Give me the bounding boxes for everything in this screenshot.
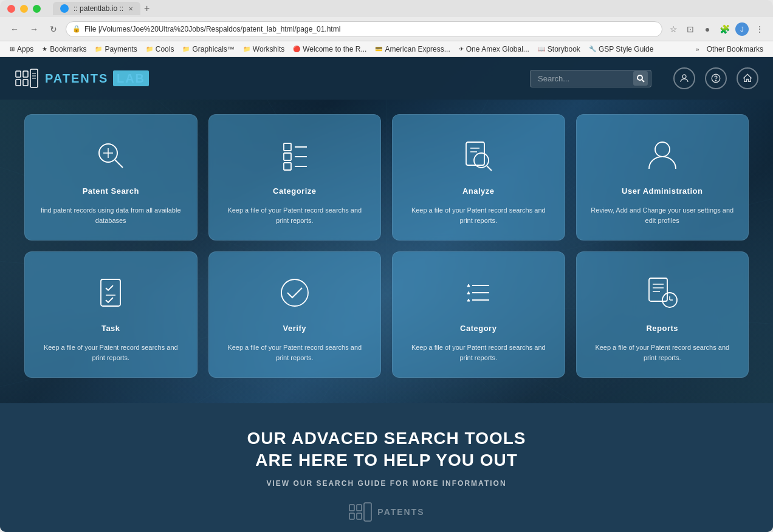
bookmark-cools-label: Cools	[156, 45, 174, 53]
tab-title: :: patentlab.io ::	[74, 4, 123, 13]
footer-logo: PATENTS	[15, 500, 758, 524]
svg-rect-20	[16, 71, 21, 77]
analyze-desc: Keep a file of your Patent record search…	[405, 205, 552, 225]
bookmark-star-icon[interactable]: ☆	[667, 23, 679, 35]
nav-icons: ☆ ⊡ ● 🧩 J ⋮	[667, 22, 766, 36]
bookmark-storybook-label: Storybook	[548, 45, 580, 53]
user-icon[interactable]	[673, 67, 695, 89]
title-bar: :: patentlab.io :: ✕ +	[0, 0, 773, 17]
svg-rect-65	[349, 505, 354, 511]
bookmark-apps-label: Apps	[17, 45, 33, 53]
footer: OUR ADVACED SEARCH TOOLS ARE HERE TO HEL…	[0, 403, 773, 532]
folder-icon: 📁	[95, 46, 102, 52]
verify-desc: Keep a file of your Patent record search…	[221, 343, 369, 363]
footer-headline-line2: ARE HERE TO HELP YOU OUT	[15, 449, 758, 471]
svg-marker-56	[467, 299, 470, 301]
svg-rect-67	[357, 505, 362, 511]
tool-icon: 🔧	[589, 46, 596, 52]
bookmark-other-label: Other Bookmarks	[707, 45, 763, 53]
categorize-desc: Keep a file of your Patent record search…	[221, 205, 369, 225]
profile-icon[interactable]: ●	[701, 23, 713, 35]
task-title: Task	[101, 324, 120, 333]
bookmark-amex-label: American Express...	[385, 45, 450, 53]
close-button[interactable]	[7, 5, 15, 13]
card-reports[interactable]: Reports Keep a file of your Patent recor…	[576, 251, 749, 378]
new-tab-button[interactable]: +	[144, 3, 149, 14]
card-categorize[interactable]: Categorize Keep a file of your Patent re…	[208, 114, 382, 240]
site-header: PATENTS LAB	[0, 57, 773, 100]
bookmark-workshits-label: Workshits	[253, 45, 284, 53]
bookmark-welcome[interactable]: 🔴 Welcome to the R...	[289, 44, 370, 55]
search-button[interactable]	[633, 71, 648, 86]
card-analyze[interactable]: Analyze Keep a file of your Patent recor…	[392, 114, 565, 240]
logo-icon	[15, 66, 39, 90]
more-bookmarks[interactable]: »	[696, 46, 699, 53]
bookmark-storybook[interactable]: 📖 Storybook	[534, 44, 584, 55]
bookmark-graphicals-label: Graphicals™	[192, 45, 234, 53]
folder-icon-3: 📁	[182, 46, 190, 52]
svg-point-51	[281, 279, 308, 306]
profile-avatar[interactable]: J	[735, 22, 749, 36]
bookmark-apps[interactable]: ⊞ Apps	[6, 44, 37, 55]
svg-marker-54	[467, 292, 470, 294]
card-verify[interactable]: Verify Keep a file of your Patent record…	[208, 251, 382, 378]
card-user-admin[interactable]: User Administration Review, Add and Chan…	[576, 114, 749, 240]
patent-search-desc: find patent records using data from all …	[37, 205, 185, 225]
logo-text-patents: PATENTS	[45, 72, 108, 85]
plane-icon: ✈	[459, 46, 464, 52]
menu-icon[interactable]: ⋮	[754, 23, 766, 35]
home-icon[interactable]	[737, 67, 758, 89]
patent-search-title: Patent Search	[83, 186, 139, 196]
footer-headline: OUR ADVACED SEARCH TOOLS ARE HERE TO HEL…	[15, 428, 758, 472]
footer-logo-text: PATENTS	[377, 507, 424, 517]
footer-logo-icon	[348, 500, 373, 524]
card-patent-search[interactable]: Patent Search find patent records using …	[24, 114, 198, 240]
svg-line-34	[114, 159, 123, 168]
svg-rect-21	[16, 80, 21, 86]
svg-rect-22	[23, 71, 28, 77]
bookmark-payments[interactable]: 📁 Payments	[91, 44, 140, 55]
back-button[interactable]: ←	[7, 22, 22, 36]
categorize-icon	[273, 134, 316, 177]
svg-rect-69	[364, 503, 371, 521]
screenshot-icon[interactable]: ⊡	[684, 23, 696, 35]
bookmark-amex[interactable]: 💳 American Express...	[371, 44, 453, 55]
maximize-button[interactable]	[33, 5, 41, 13]
analyze-icon	[457, 134, 500, 177]
cards-row-2: Task Keep a file of your Patent record s…	[24, 251, 749, 378]
bookmark-bookmarks[interactable]: ★ Bookmarks	[38, 44, 90, 55]
bookmark-other[interactable]: Other Bookmarks	[703, 44, 767, 55]
card-category[interactable]: Category Keep a file of your Patent reco…	[392, 251, 565, 378]
red-icon: 🔴	[293, 46, 300, 52]
bookmark-cools[interactable]: 📁 Cools	[142, 44, 178, 55]
minimize-button[interactable]	[20, 5, 28, 13]
svg-point-30	[682, 75, 686, 78]
bookmark-graphicals[interactable]: 📁 Graphicals™	[179, 44, 238, 55]
reports-icon	[641, 271, 684, 314]
url-bar[interactable]: 🔒 File |/Volumes/Joe%20Ultra%20Jobs/Resp…	[66, 21, 662, 37]
bookmark-gsp[interactable]: 🔧 GSP Style Guide	[585, 44, 658, 55]
svg-rect-23	[23, 80, 28, 86]
card-task[interactable]: Task Keep a file of your Patent record s…	[24, 251, 198, 378]
active-tab[interactable]: :: patentlab.io :: ✕	[53, 2, 140, 15]
bookmark-workshits[interactable]: 📁 Workshits	[239, 44, 288, 55]
bookmark-one-amex-label: One Amex Global...	[466, 45, 529, 53]
reload-button[interactable]: ↻	[46, 22, 61, 36]
forward-button[interactable]: →	[27, 22, 41, 36]
apps-grid-icon: ⊞	[10, 46, 15, 52]
logo-text: PATENTS LAB	[45, 72, 149, 86]
cards-row-1: Patent Search find patent records using …	[24, 114, 749, 240]
footer-subtext[interactable]: VIEW OUR SEARCH GUIDE FOR MORE INFORMATI…	[15, 479, 758, 488]
svg-rect-66	[349, 513, 354, 519]
tab-close-icon[interactable]: ✕	[128, 5, 133, 12]
user-admin-desc: Review, Add and Change your user setting…	[589, 205, 737, 225]
folder-icon-2: 📁	[146, 46, 153, 52]
header-nav	[673, 67, 758, 89]
svg-marker-52	[467, 284, 470, 287]
extension-icon[interactable]: 🧩	[718, 23, 730, 35]
bookmark-one-amex[interactable]: ✈ One Amex Global...	[455, 44, 533, 55]
logo[interactable]: PATENTS LAB	[15, 66, 149, 90]
help-icon[interactable]	[705, 67, 727, 89]
logo-text-lab: LAB	[113, 70, 149, 86]
svg-rect-37	[284, 143, 291, 151]
